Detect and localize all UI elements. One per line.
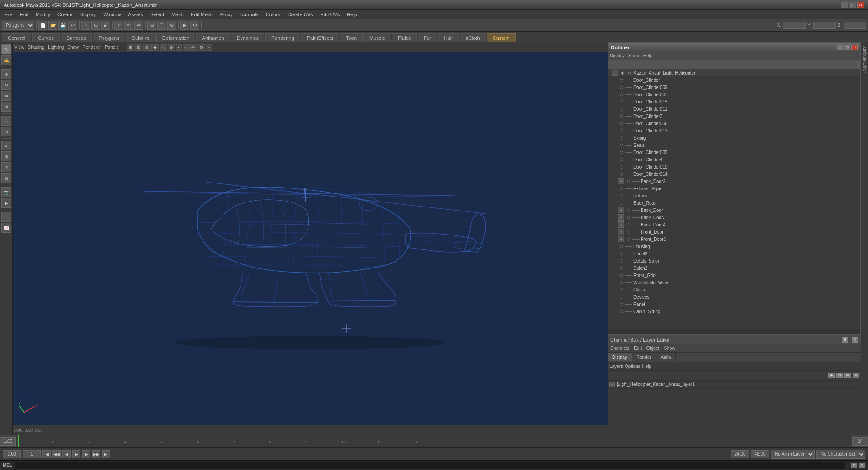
outliner-maximize-btn[interactable]: □ xyxy=(844,45,850,50)
vp-icon-4[interactable]: ◉ xyxy=(151,44,159,51)
list-item[interactable]: ⬡ Glass xyxy=(608,286,860,293)
character-set-select[interactable]: No Character Set xyxy=(816,450,865,459)
list-item-seals[interactable]: ⬡ Seals xyxy=(608,141,860,149)
anim-curve-btn[interactable]: ⋯ xyxy=(1,212,11,222)
list-item[interactable]: ⬡ Exhaust_Pipe xyxy=(608,185,860,192)
scale-btn[interactable]: ⇔ xyxy=(134,21,143,30)
list-item-housing[interactable]: ⬡ Housing xyxy=(608,243,860,250)
cb-edit-menu[interactable]: Edit xyxy=(634,346,642,351)
menu-normals[interactable]: Normals xyxy=(237,11,261,18)
lasso-tool-btn[interactable]: ⊙ xyxy=(91,21,100,30)
list-item[interactable]: ⬡ Panel xyxy=(608,301,860,308)
list-item[interactable]: + ⬡ Back_Door2 xyxy=(608,178,860,185)
vp-icon-5[interactable]: ◌ xyxy=(160,44,167,51)
root-expand-icon[interactable]: − xyxy=(612,70,618,76)
options-sub-menu[interactable]: Options xyxy=(625,364,640,369)
menu-edit-mesh[interactable]: Edit Mesh xyxy=(188,11,216,18)
cb-channels-menu[interactable]: Channels xyxy=(610,346,629,351)
menu-edit[interactable]: Edit xyxy=(17,11,31,18)
anim-end-input[interactable] xyxy=(751,450,769,458)
group-expand-icon[interactable]: + xyxy=(618,178,624,184)
layer-btn-4[interactable]: ⊟ xyxy=(1,173,11,183)
vp-icon-1[interactable]: ⊞ xyxy=(127,44,134,51)
vp-icon-2[interactable]: ⊡ xyxy=(135,44,142,51)
rotate-tool-btn[interactable]: ↻ xyxy=(1,80,11,90)
go-to-end-btn[interactable]: ▶| xyxy=(102,450,110,458)
soft-sel-btn[interactable]: ◌ xyxy=(1,116,11,126)
group-expand-icon[interactable]: + xyxy=(618,214,624,221)
list-item[interactable]: ⬡ Door_Clinder006 xyxy=(608,120,860,127)
list-item[interactable]: ⬡ Door_Clinder009 xyxy=(608,84,860,91)
current-frame-input[interactable] xyxy=(23,450,41,458)
show-manip-btn[interactable]: ⊙ xyxy=(1,127,11,136)
tab-painteffects[interactable]: PaintEffects xyxy=(301,33,340,42)
move-btn[interactable]: ✛ xyxy=(114,21,123,30)
mel-icon-2[interactable]: ⊡ xyxy=(859,463,865,468)
list-item[interactable]: ⬡ Door_Clinder3 xyxy=(608,113,860,120)
universal-manip-btn[interactable]: ⊕ xyxy=(1,102,11,112)
tab-subdivs[interactable]: Subdivs xyxy=(126,33,156,42)
polygon-mode-select[interactable]: Polygons xyxy=(2,21,34,30)
ol-display-menu[interactable]: Display xyxy=(610,53,625,58)
tab-custom[interactable]: Custom xyxy=(487,33,516,42)
group-expand-icon[interactable]: + xyxy=(618,221,624,228)
vp-icon-7[interactable]: ● xyxy=(176,44,182,51)
layer-row[interactable]: V |Light_Helicopter_Kazan_Ansat_layer1 xyxy=(608,381,861,389)
vp-panels-menu[interactable]: Panels xyxy=(105,45,119,50)
close-button[interactable]: ✕ xyxy=(857,2,864,8)
list-item[interactable]: ⬡ Rotor5 xyxy=(608,192,860,199)
y-input[interactable] xyxy=(813,22,836,29)
maximize-button[interactable]: □ xyxy=(849,2,856,8)
select-tool-btn[interactable]: ↖ xyxy=(81,21,90,30)
tab-deformation[interactable]: Deformation xyxy=(156,33,195,42)
list-item[interactable]: ⬡ Door_Clinder011 xyxy=(608,105,860,113)
list-item[interactable]: ⬡ Door_Clinder005 xyxy=(608,149,860,156)
viewport-content[interactable]: X Y Z xyxy=(13,52,608,425)
layer-vis-toggle[interactable]: V xyxy=(609,382,615,387)
layer-tool-4[interactable]: ≡ xyxy=(853,373,859,378)
menu-mesh[interactable]: Mesh xyxy=(169,11,186,18)
tab-fluids[interactable]: Fluids xyxy=(392,33,417,42)
tab-general[interactable]: General xyxy=(2,33,31,42)
vp-icon-3[interactable]: ⊟ xyxy=(143,44,151,51)
list-item[interactable]: ⬡ Door_Clinder xyxy=(608,76,860,84)
outliner-root-item[interactable]: − ◉ ⊙ Kazan_Ansat_Light_Helicopter xyxy=(608,69,860,76)
ipr-btn[interactable]: ▶ xyxy=(1,198,11,208)
select-mode-btn[interactable]: ↖ xyxy=(1,44,11,54)
list-item[interactable]: + ⬡ Back_Door3 xyxy=(608,214,860,221)
tab-rendering[interactable]: Rendering xyxy=(265,33,300,42)
list-item[interactable]: + ⬡ Front_Door2 xyxy=(608,235,860,243)
list-item[interactable]: + ⬡ Front_Door xyxy=(608,228,860,235)
vp-icon-8[interactable]: ○ xyxy=(183,44,189,51)
graph-editor-btn[interactable]: 📈 xyxy=(1,223,11,233)
tab-hair[interactable]: Hair xyxy=(438,33,459,42)
z-input[interactable] xyxy=(844,22,866,29)
menu-assets[interactable]: Assets xyxy=(125,11,146,18)
display-layer-btn[interactable]: ≡ xyxy=(1,141,11,150)
vp-icon-11[interactable]: ≡ xyxy=(206,44,212,51)
layer-btn-3[interactable]: ⊡ xyxy=(1,162,11,172)
group-expand-icon[interactable]: + xyxy=(618,236,624,242)
menu-select[interactable]: Select xyxy=(147,11,167,18)
next-key-btn[interactable]: ▶▶ xyxy=(92,450,100,458)
timeline-bar[interactable]: 1 2 3 4 5 6 7 8 9 10 11 12 xyxy=(16,435,852,447)
open-btn[interactable]: 📂 xyxy=(48,21,57,30)
layer-btn-2[interactable]: ⊞ xyxy=(1,151,11,161)
layer-tool-3[interactable]: ⊞ xyxy=(844,373,851,378)
anim-layer-tab[interactable]: Anim xyxy=(656,353,676,361)
list-item[interactable]: ⬡ Detals_Salon xyxy=(608,257,860,264)
list-item[interactable]: + ⬡ Back_Door xyxy=(608,207,860,214)
snap-grid-btn[interactable]: ⊞ xyxy=(147,21,156,30)
group-expand-icon[interactable]: + xyxy=(618,229,624,235)
vp-renderer-menu[interactable]: Renderer xyxy=(82,45,101,50)
display-layer-tab[interactable]: Display xyxy=(608,353,632,361)
cb-icon-1[interactable]: ⊕ xyxy=(842,337,848,343)
viewport[interactable]: View Shading Lighting Show Renderer Pane… xyxy=(13,42,608,435)
ol-help-menu[interactable]: Help xyxy=(643,53,653,58)
vp-shading-menu[interactable]: Shading xyxy=(28,45,45,50)
menu-create-uvs[interactable]: Create UVs xyxy=(285,11,316,18)
save-btn[interactable]: 💾 xyxy=(58,21,67,30)
render-settings-btn[interactable]: ⚙ xyxy=(190,21,199,30)
menu-window[interactable]: Window xyxy=(100,11,123,18)
move-tool-btn[interactable]: ✛ xyxy=(1,69,11,79)
